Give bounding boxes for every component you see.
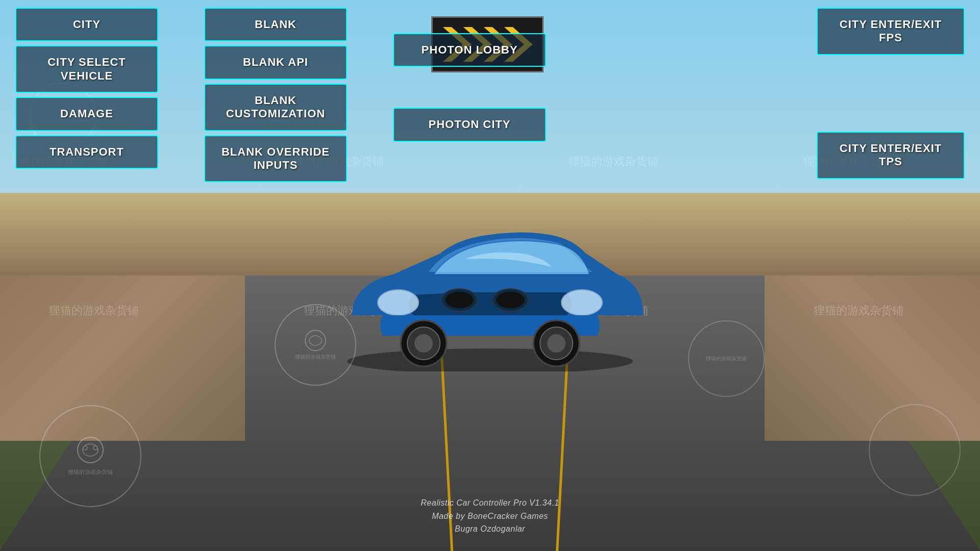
svg-point-13	[414, 334, 433, 353]
transport-button[interactable]: TRANSPORT	[15, 135, 158, 169]
center-right-column: PHOTON LOBBY PHOTON CITY	[393, 33, 546, 146]
svg-point-21	[305, 330, 326, 350]
svg-point-19	[83, 446, 87, 450]
blank-override-inputs-button[interactable]: BLANK OVERRIDE INPUTS	[204, 135, 347, 183]
blank-api-button[interactable]: BLANK API	[204, 45, 347, 79]
photon-city-button[interactable]: PHOTON CITY	[393, 108, 546, 141]
damage-button[interactable]: DAMAGE	[15, 97, 158, 131]
logo-circle-bc: 狸猫的游戏杂货铺	[275, 304, 356, 386]
svg-point-6	[445, 292, 474, 308]
city-button[interactable]: CITY	[15, 8, 158, 41]
blank-customization-button[interactable]: BLANK CUSTOMIZATION	[204, 84, 347, 131]
logo-circle-br	[869, 404, 961, 496]
logo-circle-bl: 狸猫的游戏杂货铺	[39, 405, 141, 507]
svg-point-17	[78, 437, 103, 463]
svg-point-4	[347, 348, 633, 371]
center-column: BLANK BLANK API BLANK CUSTOMIZATION BLAN…	[204, 8, 347, 186]
svg-point-20	[93, 446, 97, 450]
logo-circle-cr: 狸猫的游戏杂货铺	[688, 320, 765, 397]
right-column: CITY ENTER/EXIT FPS CITY ENTER/EXIT TPS	[817, 8, 965, 183]
photon-lobby-button[interactable]: PHOTON LOBBY	[393, 33, 546, 67]
svg-point-9	[378, 290, 419, 315]
left-column: CITY CITY SELECT VEHICLE DAMAGE TRANSPOR…	[15, 8, 158, 173]
city-enter-exit-tps-button[interactable]: CITY ENTER/EXIT TPS	[817, 132, 965, 179]
city-enter-exit-fps-button[interactable]: CITY ENTER/EXIT FPS	[817, 8, 965, 55]
svg-point-8	[496, 292, 525, 308]
car	[311, 193, 669, 397]
city-select-vehicle-button[interactable]: CITY SELECT VEHICLE	[15, 45, 158, 93]
blank-button[interactable]: BLANK	[204, 8, 347, 41]
svg-point-16	[547, 334, 566, 353]
svg-point-10	[561, 290, 602, 315]
svg-point-22	[309, 336, 322, 345]
